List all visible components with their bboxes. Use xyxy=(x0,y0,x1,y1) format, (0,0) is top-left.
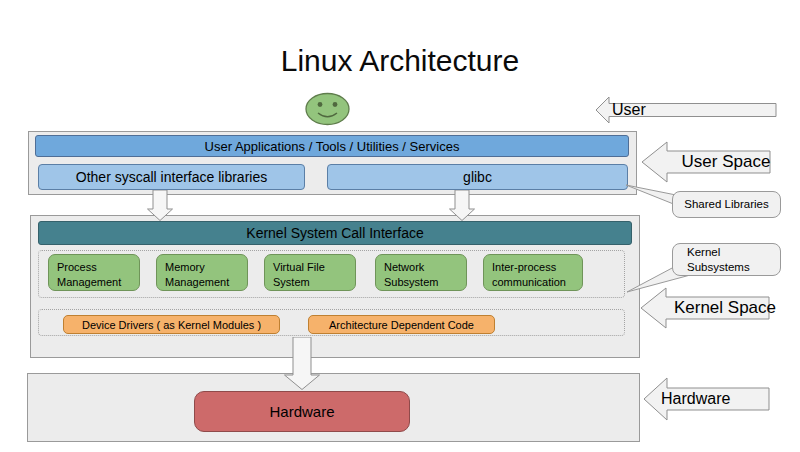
subsystem-inter-process-communication: Inter-process communication xyxy=(483,254,583,291)
hardware-box-label: Hardware xyxy=(269,403,334,420)
device-drivers-box: Device Drivers ( as Kernel Modules ) xyxy=(63,315,280,334)
shared-libraries-label: Shared Libraries xyxy=(684,197,768,212)
other-syscall-libraries-box: Other syscall interface libraries xyxy=(38,164,305,190)
user-arrow-label: User xyxy=(595,96,794,124)
subsystem-virtual-file-system: Virtual File System xyxy=(264,254,356,291)
glibc-label: glibc xyxy=(463,169,492,185)
device-drivers-label: Device Drivers ( as Kernel Modules ) xyxy=(82,319,261,331)
user-space-arrow: User Space xyxy=(641,141,771,183)
glibc-box: glibc xyxy=(327,164,628,190)
user-space-arrow-label: User Space xyxy=(641,141,791,183)
subsystem-network-subsystem: Network Subsystem xyxy=(375,254,467,291)
other-syscall-libraries-label: Other syscall interface libraries xyxy=(76,169,267,185)
subsystem-process-management: Process Management xyxy=(48,254,140,291)
syscall-down-arrow-left xyxy=(147,190,173,221)
subsystem-memory-management: Memory Management xyxy=(156,254,248,291)
kernel-subsystems-label: Kernel Subsystems xyxy=(687,245,750,275)
linux-architecture-diagram: Linux Architecture User User Application… xyxy=(0,0,800,452)
hardware-down-arrow xyxy=(284,337,320,390)
user-applications-bar: User Applications / Tools / Utilities / … xyxy=(35,135,629,157)
kernel-syscall-interface-bar: Kernel System Call Interface xyxy=(38,221,632,245)
kernel-subsystems-callout: Kernel Subsystems xyxy=(672,243,781,276)
architecture-dependent-code-box: Architecture Dependent Code xyxy=(308,315,495,334)
shared-libraries-callout: Shared Libraries xyxy=(672,191,781,218)
architecture-dependent-code-label: Architecture Dependent Code xyxy=(329,319,474,331)
page-title: Linux Architecture xyxy=(0,44,800,78)
kernel-syscall-interface-label: Kernel System Call Interface xyxy=(246,225,423,241)
hardware-arrow-label: Hardware xyxy=(643,377,788,421)
syscall-down-arrow-right xyxy=(449,190,475,221)
hardware-box: Hardware xyxy=(194,391,410,432)
hardware-arrow: Hardware xyxy=(643,377,770,421)
user-arrow: User xyxy=(595,96,777,124)
smiley-face-icon xyxy=(304,92,351,127)
user-applications-label: User Applications / Tools / Utilities / … xyxy=(205,139,460,154)
